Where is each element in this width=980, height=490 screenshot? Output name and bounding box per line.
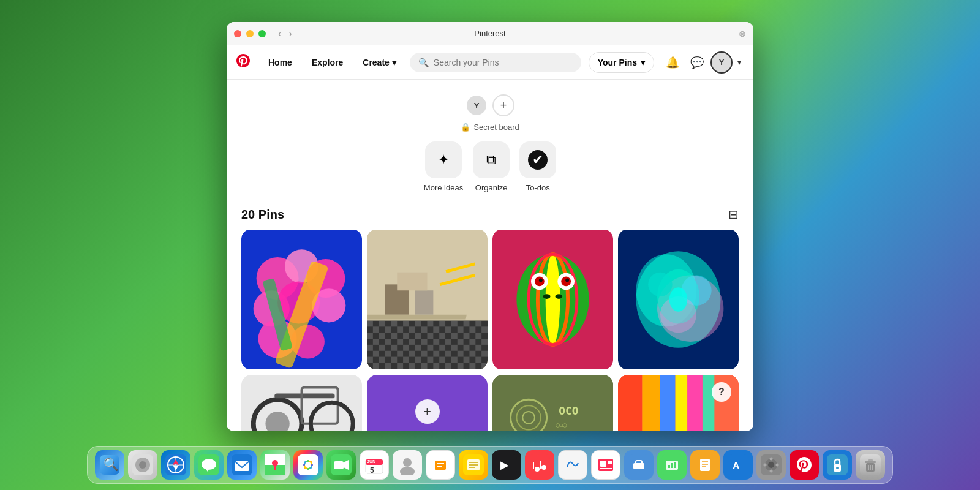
- pins-section: 20 Pins ⊟: [227, 207, 753, 431]
- create-button[interactable]: Create ▾: [356, 54, 402, 71]
- pin-grid-row2: + OCO ◯◻◯: [241, 375, 739, 431]
- svg-rect-129: [608, 462, 612, 464]
- dock-photos[interactable]: [293, 450, 323, 480]
- notifications-button[interactable]: 🔔: [662, 51, 684, 74]
- pin-card-1[interactable]: [241, 229, 362, 370]
- search-icon: 🔍: [418, 58, 429, 67]
- svg-point-121: [541, 465, 546, 470]
- svg-point-156: [836, 467, 839, 469]
- pin-card-7[interactable]: OCO ◯◻◯: [492, 375, 613, 431]
- svg-rect-98: [334, 461, 344, 469]
- dock-sysprefs[interactable]: [756, 450, 786, 480]
- minimize-button[interactable]: [246, 30, 254, 37]
- svg-rect-122: [540, 461, 541, 469]
- dock-numbers[interactable]: [657, 450, 687, 480]
- titlebar: ‹ › Pinterest ⊗: [227, 22, 753, 45]
- dock-freeform[interactable]: [558, 450, 587, 480]
- dock: 🔍: [87, 446, 893, 484]
- account-chevron-button[interactable]: ▾: [735, 56, 744, 69]
- pin-card-2[interactable]: [367, 229, 488, 370]
- svg-point-35: [543, 294, 551, 299]
- dock-trash[interactable]: [856, 450, 885, 480]
- sparkle-icon: ✦: [438, 152, 449, 168]
- svg-rect-66: [703, 375, 715, 431]
- dock-launchpad[interactable]: [128, 450, 157, 480]
- svg-point-42: [648, 273, 672, 296]
- avatar-button[interactable]: Y: [710, 51, 733, 74]
- svg-rect-61: [618, 375, 642, 431]
- dock-news[interactable]: [591, 450, 620, 480]
- dock-screenlock[interactable]: [823, 450, 852, 480]
- organize-button[interactable]: ⧉ Organize: [473, 141, 510, 192]
- svg-point-26: [546, 254, 560, 345]
- svg-rect-65: [687, 375, 703, 431]
- create-chevron-icon: ▾: [392, 58, 396, 67]
- dock-pinterest[interactable]: [790, 450, 819, 480]
- dock-notes[interactable]: [459, 450, 488, 480]
- dock-mail[interactable]: [227, 450, 257, 480]
- svg-rect-136: [668, 465, 670, 468]
- dock-pages[interactable]: [690, 450, 720, 480]
- traffic-lights: [234, 30, 266, 37]
- search-input[interactable]: [434, 58, 573, 67]
- svg-point-151: [764, 464, 767, 467]
- dock-toolbox[interactable]: [624, 450, 654, 480]
- svg-text:A: A: [733, 461, 740, 471]
- svg-point-80: [202, 459, 216, 470]
- add-pin-overlay[interactable]: +: [415, 399, 440, 424]
- back-button[interactable]: ‹: [276, 27, 284, 40]
- avatar-initial: Y: [719, 58, 725, 67]
- pin-card-8[interactable]: ?: [618, 375, 739, 431]
- svg-point-36: [555, 294, 562, 299]
- dock-safari[interactable]: [161, 450, 190, 480]
- svg-text:🔍: 🔍: [104, 457, 119, 472]
- nav-arrows: ‹ ›: [276, 27, 295, 40]
- maximize-button[interactable]: [258, 30, 266, 37]
- dock-contacts[interactable]: [393, 450, 422, 480]
- dock-calendar[interactable]: 5JUN: [360, 450, 389, 480]
- window-title: Pinterest: [474, 29, 505, 38]
- pinterest-logo[interactable]: [236, 54, 250, 71]
- svg-point-152: [776, 464, 779, 467]
- filter-icon[interactable]: ⊟: [728, 207, 739, 222]
- svg-point-106: [403, 458, 412, 467]
- todos-button[interactable]: ✔ To-dos: [519, 141, 556, 192]
- window-action-icon: ⊗: [739, 29, 746, 39]
- more-ideas-label: More ideas: [424, 183, 463, 192]
- svg-point-33: [539, 279, 543, 282]
- board-add-button[interactable]: +: [492, 94, 514, 116]
- your-pins-button[interactable]: Your Pins ▾: [589, 52, 654, 73]
- dock-reminders[interactable]: [426, 450, 455, 480]
- your-pins-chevron-icon: ▾: [641, 58, 645, 67]
- forward-button[interactable]: ›: [286, 27, 294, 40]
- svg-rect-63: [660, 375, 676, 431]
- more-ideas-button[interactable]: ✦ More ideas: [424, 141, 463, 192]
- svg-point-72: [139, 461, 146, 469]
- checkmark-icon: ✔: [528, 150, 548, 170]
- svg-rect-138: [674, 462, 676, 468]
- dock-maps[interactable]: [260, 450, 290, 480]
- board-header: Y + 🔒 Secret board ✦ More ideas: [227, 80, 753, 207]
- svg-rect-130: [600, 468, 612, 469]
- svg-rect-123: [533, 462, 534, 469]
- dock-messages[interactable]: [194, 450, 224, 480]
- dock-facetime[interactable]: [326, 450, 356, 480]
- board-icons-row: Y +: [466, 94, 514, 116]
- pin-card-6[interactable]: +: [367, 375, 488, 431]
- dock-appletv[interactable]: ▶: [492, 450, 521, 480]
- svg-rect-160: [868, 459, 873, 461]
- messages-button[interactable]: 💬: [686, 51, 708, 74]
- close-button[interactable]: [234, 30, 241, 37]
- pin-card-3[interactable]: [492, 229, 613, 370]
- secret-badge: 🔒 Secret board: [461, 123, 519, 132]
- home-link[interactable]: Home: [262, 54, 298, 71]
- dock-music[interactable]: [525, 450, 554, 480]
- organize-icon-wrap: ⧉: [473, 141, 510, 178]
- svg-rect-128: [608, 461, 612, 462]
- explore-link[interactable]: Explore: [306, 54, 349, 71]
- pin-card-4[interactable]: [618, 229, 739, 370]
- pin-card-5[interactable]: [241, 375, 362, 431]
- dock-appstore[interactable]: A: [723, 450, 753, 480]
- svg-rect-17: [367, 320, 488, 369]
- dock-finder[interactable]: 🔍: [95, 450, 124, 480]
